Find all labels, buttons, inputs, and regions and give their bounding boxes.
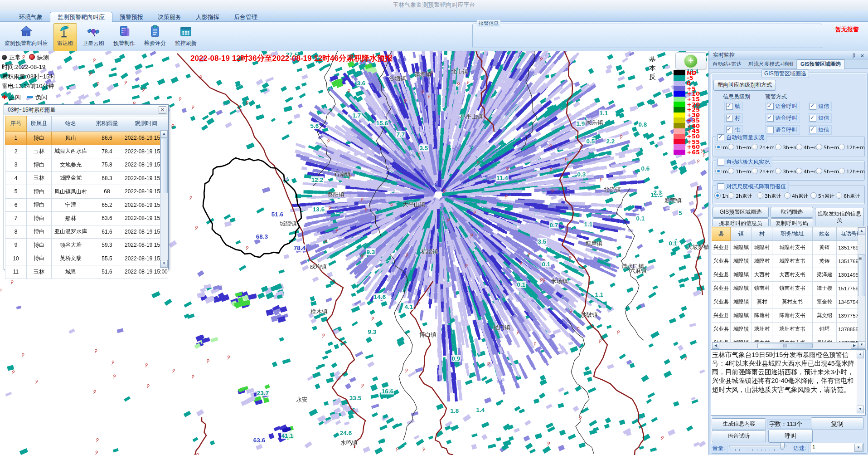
radio-icon[interactable] bbox=[836, 192, 842, 199]
scroll-thumb[interactable]: ≡ bbox=[858, 254, 865, 296]
radio-option-2h累计[interactable]: 2h累计 bbox=[728, 192, 752, 200]
scroll-thumb[interactable] bbox=[160, 138, 168, 193]
radio-icon[interactable] bbox=[816, 168, 822, 174]
radio-icon[interactable] bbox=[757, 192, 763, 199]
toolbar-button-3[interactable]: 卫星云图 bbox=[79, 23, 108, 51]
rain-table-scrollbar[interactable]: ▲ ▼ bbox=[160, 130, 168, 268]
panel-tab-2[interactable]: 对流尺度模式+地图 bbox=[745, 60, 797, 68]
radio-option-5h累计[interactable]: 5h累计 bbox=[810, 192, 834, 200]
forecast-group-checkbox[interactable]: 对流尺度模式降雨预报值 bbox=[716, 182, 789, 191]
table-row[interactable]: 3博白文地姜充75.82022-08-19 15:00 bbox=[5, 158, 168, 172]
message-scrollbar[interactable]: ▲ ▼ bbox=[857, 350, 864, 414]
menu-tab-5[interactable]: 人影指挥 bbox=[189, 12, 227, 22]
radio-option-4h累计[interactable]: 4h累计 bbox=[784, 192, 808, 200]
scroll-up-icon[interactable]: ▲ bbox=[160, 130, 168, 138]
gis-select-button[interactable]: GIS预警区域圈选 bbox=[713, 207, 769, 218]
table-row[interactable]: 6博白宁潭65.22022-08-19 15:00 bbox=[5, 198, 168, 212]
close-icon[interactable]: ✕ bbox=[159, 106, 166, 114]
zoom-plus-button[interactable]: + bbox=[684, 54, 698, 68]
table-row[interactable]: 10博白英桥文黎55.52022-08-19 15:00 bbox=[5, 252, 168, 265]
scroll-down-icon[interactable]: ▼ bbox=[858, 341, 865, 349]
checkbox-icon[interactable] bbox=[718, 159, 724, 166]
menu-tab-2[interactable]: 监测预警靶向叫应 bbox=[50, 12, 112, 22]
radio-option-m[interactable]: m bbox=[715, 144, 728, 151]
radio-option-5h+m[interactable]: 5h+m bbox=[816, 168, 839, 175]
radio-icon[interactable] bbox=[715, 168, 722, 174]
column-header[interactable]: 所属县 bbox=[27, 116, 52, 132]
call-button[interactable]: 呼叫 bbox=[768, 430, 813, 443]
table-row[interactable]: 9博白顿谷大塘59.32022-08-19 15:00 bbox=[5, 239, 168, 252]
voice-call-checkbox[interactable]: 语音呼叫 bbox=[765, 125, 800, 135]
radio-icon[interactable] bbox=[752, 144, 758, 150]
toolbar-button-2[interactable]: 雷达图 bbox=[53, 23, 77, 51]
column-header[interactable]: 职务/地址 bbox=[772, 227, 813, 241]
contact-table-vscrollbar[interactable]: ▲ ≡ ▼ bbox=[858, 227, 866, 349]
contact-row[interactable]: 兴业县城隍镇大西村大西村支书梁泽建130149571 bbox=[712, 268, 866, 282]
table-row[interactable]: 8博白亚山温罗水库61.62022-08-19 15:00 bbox=[5, 225, 168, 239]
column-header[interactable]: 观测时间 bbox=[124, 116, 168, 132]
column-header[interactable]: 镇 bbox=[731, 227, 752, 241]
contact-table-hscrollbar[interactable]: ◀ |||| ▶ bbox=[712, 342, 858, 349]
call-level-button[interactable]: 靶向叫应的级别和方式 bbox=[713, 80, 776, 91]
slider-track[interactable] bbox=[729, 445, 786, 447]
radio-option-5h+m[interactable]: 5h+m bbox=[816, 144, 839, 151]
checkbox-icon[interactable] bbox=[718, 183, 724, 190]
generate-message-button[interactable]: 生成信息内容 bbox=[712, 418, 766, 430]
radio-option-1h+m[interactable]: 1h+m bbox=[728, 144, 751, 151]
menu-tab-3[interactable]: 预警预报 bbox=[112, 12, 150, 22]
panel-tab-3[interactable]: GIS预警区域圈选 bbox=[797, 59, 844, 69]
radio-icon[interactable] bbox=[784, 192, 790, 199]
panel-tab-1[interactable]: 自动站+雷达 bbox=[709, 60, 745, 68]
radio-option-1h[interactable]: 1h bbox=[714, 192, 728, 199]
radio-option-1h+m[interactable]: 1h+m bbox=[728, 168, 751, 175]
scroll-up-icon[interactable]: ▲ bbox=[857, 351, 864, 358]
scroll-thumb[interactable]: |||| bbox=[757, 343, 813, 348]
message-textarea[interactable]: 玉林市气象台19日5时15分发布暴雨橙色预警信号：4时以来兴业县城隍大西水库已出… bbox=[711, 349, 866, 416]
radio-icon[interactable] bbox=[796, 144, 802, 150]
level-checkbox-村[interactable]: 村 bbox=[724, 113, 743, 123]
toolbar-button-6[interactable]: 监控刷新 bbox=[171, 23, 200, 51]
contact-row[interactable]: 兴业县城隍镇镇南村镇南村支书谭于模151775946 bbox=[712, 282, 866, 295]
cancel-select-button[interactable]: 取消圈选 bbox=[771, 207, 813, 218]
sms-checkbox[interactable]: 短信 bbox=[808, 125, 832, 135]
radio-icon[interactable] bbox=[796, 168, 802, 174]
voice-preview-button[interactable]: 语音试听 bbox=[712, 431, 766, 442]
contact-row[interactable]: 兴业县城隍镇城隍村城隍村支书黄铸135176975 bbox=[712, 241, 866, 254]
checkbox-icon[interactable] bbox=[718, 134, 724, 141]
radio-icon[interactable] bbox=[775, 168, 781, 174]
scroll-up-icon[interactable]: ▲ bbox=[858, 227, 865, 235]
radio-option-2h+m[interactable]: 2h+m bbox=[752, 144, 775, 151]
toolbar-button-5[interactable]: 检验评分 bbox=[141, 23, 170, 51]
radio-option-3h+m[interactable]: 3h+m bbox=[775, 168, 798, 175]
radio-icon[interactable] bbox=[714, 192, 721, 199]
radio-option-m[interactable]: m bbox=[715, 168, 728, 175]
radio-icon[interactable] bbox=[839, 168, 845, 174]
radio-option-2h+m[interactable]: 2h+m bbox=[752, 168, 775, 175]
menu-tab-1[interactable]: 环境气象 bbox=[12, 12, 50, 22]
column-header[interactable]: 序号 bbox=[5, 116, 27, 132]
column-header[interactable]: 累积雨量 bbox=[90, 116, 124, 132]
volume-slider[interactable] bbox=[729, 443, 786, 452]
radio-option-12h+m[interactable]: 12h+m bbox=[839, 144, 865, 151]
slider-thumb[interactable] bbox=[780, 443, 785, 450]
level-checkbox-镇[interactable]: 镇 bbox=[724, 102, 743, 111]
wind-group-checkbox[interactable]: 自动站极大风实况 bbox=[716, 157, 772, 167]
radio-icon[interactable] bbox=[752, 168, 758, 174]
speed-combobox[interactable]: 1 ▼ bbox=[810, 443, 863, 452]
column-header[interactable]: 姓名 bbox=[813, 227, 837, 241]
voice-call-checkbox[interactable]: 语音呼叫 bbox=[765, 113, 800, 123]
scroll-left-icon[interactable]: ◀ bbox=[712, 342, 719, 349]
menu-tab-4[interactable]: 决策服务 bbox=[150, 12, 189, 22]
radar-map[interactable]: 沙塘镇蒲塘镇北市镇小平山镇民乐镇石南镇葵阳镇大平山镇城隍镇北流镇新荣镇塘岸镇清水… bbox=[0, 51, 708, 455]
radio-icon[interactable] bbox=[728, 192, 734, 199]
table-row[interactable]: 11玉林城隍51.62022-08-19 15:00 bbox=[5, 265, 168, 279]
menu-tab-6[interactable]: 后台管理 bbox=[227, 12, 265, 22]
radio-icon[interactable] bbox=[715, 144, 722, 150]
radio-icon[interactable] bbox=[816, 144, 822, 150]
radio-option-12h+m[interactable]: 12h+m bbox=[839, 168, 865, 175]
radio-icon[interactable] bbox=[728, 144, 734, 150]
scroll-down-icon[interactable]: ▼ bbox=[857, 406, 864, 413]
table-row[interactable]: 4玉林城隍金党68.32022-08-19 15:00 bbox=[5, 171, 168, 185]
chevron-down-icon[interactable]: ▼ bbox=[854, 444, 863, 452]
radio-option-3h+m[interactable]: 3h+m bbox=[775, 144, 798, 151]
